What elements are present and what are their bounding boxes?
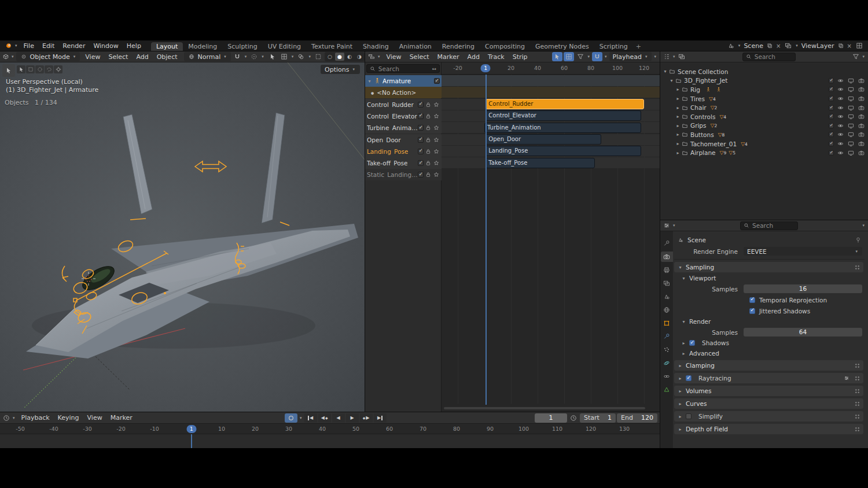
prop-tab-world[interactable]: [661, 305, 673, 315]
camera-icon[interactable]: [858, 122, 865, 130]
exclude-checkbox[interactable]: [829, 96, 834, 101]
nla-search-input[interactable]: [378, 65, 430, 72]
mode-dropdown[interactable]: Object Mode ▾: [16, 52, 80, 61]
workspace-tab-layout[interactable]: Layout: [151, 42, 183, 51]
screen-icon[interactable]: [847, 86, 855, 93]
nla-strip-area[interactable]: Control_RudderControl_ElevatorTurbine_An…: [442, 75, 660, 412]
nla-track-control-elevator[interactable]: Control_Elevator: [365, 110, 442, 122]
nla-ruler[interactable]: -20204060801001201: [442, 62, 660, 75]
end-frame-field[interactable]: End120: [617, 413, 657, 423]
prop-tab-scene[interactable]: [661, 291, 673, 302]
tool-option-select-lasso[interactable]: [45, 65, 53, 73]
shadows-checkbox[interactable]: [689, 340, 695, 346]
nla-horizontal-scrollbar[interactable]: [444, 407, 645, 409]
outliner-search[interactable]: [742, 53, 796, 61]
shading-material-button[interactable]: ◐: [345, 53, 354, 61]
nla-track-turbine-animation[interactable]: Turbine_Animation: [365, 122, 442, 134]
screen-icon[interactable]: [847, 113, 855, 120]
nla-menu-marker[interactable]: Marker: [433, 53, 464, 61]
workspace-tab-rendering[interactable]: Rendering: [437, 42, 480, 51]
chevron-right-icon[interactable]: ▸: [675, 132, 681, 137]
viewport-menu-view[interactable]: View: [81, 53, 104, 61]
eye-icon[interactable]: [837, 131, 844, 138]
topbar-menu-file[interactable]: File: [20, 42, 38, 50]
star-icon[interactable]: [433, 124, 440, 131]
timeline-menu-view[interactable]: View: [83, 413, 106, 422]
snap-toggle-button[interactable]: [232, 52, 242, 61]
simplify-checkbox[interactable]: [686, 413, 692, 419]
prop-tab-particles[interactable]: [661, 345, 673, 355]
nla-search[interactable]: ↔: [366, 64, 440, 73]
exclude-checkbox[interactable]: [829, 78, 834, 83]
prop-tab-modifiers[interactable]: [661, 331, 673, 342]
drag-dots-icon[interactable]: [855, 376, 860, 381]
properties-search[interactable]: [740, 221, 798, 230]
panel-sampling[interactable]: ▾ Sampling: [674, 262, 863, 272]
shading-wireframe-button[interactable]: ○: [325, 53, 334, 61]
workspace-tab-modeling[interactable]: Modeling: [183, 42, 222, 51]
properties-search-input[interactable]: [752, 222, 794, 229]
nla-playhead[interactable]: [486, 75, 487, 405]
timeline-current-frame-pill[interactable]: 1: [186, 425, 196, 433]
nla-menu-strip[interactable]: Strip: [509, 53, 532, 61]
chevron-right-icon[interactable]: ▸: [675, 105, 681, 110]
track-mute-checkbox[interactable]: [418, 137, 424, 143]
chevron-down-icon[interactable]: ▾: [669, 78, 674, 83]
shading-rendered-button[interactable]: ◑: [355, 53, 364, 61]
jittered-shadows-checkbox[interactable]: [749, 308, 755, 314]
nla-strip-take-off-pose[interactable]: Take-off_Pose: [486, 158, 595, 168]
nla-track-open-door[interactable]: Open_Door: [365, 134, 442, 146]
filter-button[interactable]: [575, 52, 586, 61]
current-frame-field[interactable]: 1: [535, 413, 567, 423]
viewport-samples-field[interactable]: 16: [744, 284, 862, 293]
screen-icon[interactable]: [847, 140, 855, 147]
exclude-checkbox[interactable]: [829, 123, 834, 128]
star-icon[interactable]: [433, 160, 440, 167]
filter-arrows-icon[interactable]: ↔: [432, 66, 436, 72]
viewport-menu-add[interactable]: Add: [132, 53, 152, 61]
chevron-right-icon[interactable]: ▸: [675, 87, 681, 92]
nla-strip-turbine-animation[interactable]: Turbine_Animation: [484, 123, 641, 133]
chevron-right-icon[interactable]: ▸: [675, 114, 681, 119]
drag-dots-icon[interactable]: [855, 265, 860, 270]
workspace-add-tab[interactable]: +: [633, 42, 644, 51]
star-icon[interactable]: [433, 136, 440, 143]
screen-icon[interactable]: [847, 104, 855, 112]
chevron-right-icon[interactable]: ▸: [675, 123, 681, 128]
exclude-checkbox[interactable]: [829, 114, 834, 119]
outliner-row-rig[interactable]: ▸Rig: [660, 85, 868, 94]
viewport-menu-select[interactable]: Select: [104, 53, 132, 61]
track-mute-checkbox[interactable]: [418, 102, 424, 108]
camera-icon[interactable]: [858, 140, 865, 147]
drag-dots-icon[interactable]: [855, 363, 860, 368]
chevron-right-icon[interactable]: ▸: [675, 96, 681, 101]
camera-icon[interactable]: [858, 95, 865, 102]
active-tool-button[interactable]: [2, 64, 15, 77]
preview-range-button[interactable]: [568, 413, 579, 423]
tool-option-select-circle[interactable]: [35, 65, 44, 73]
tool-option-tweak[interactable]: [17, 65, 25, 73]
nla-track-control-rudder[interactable]: Control_Rudder: [365, 99, 442, 110]
viewport-menu-object[interactable]: Object: [153, 53, 182, 61]
topbar-menu-help[interactable]: Help: [123, 42, 145, 50]
nla-current-frame-pill[interactable]: 1: [481, 64, 491, 72]
workspace-tab-shading[interactable]: Shading: [358, 42, 394, 51]
screen-icon[interactable]: [847, 131, 855, 138]
screen-icon[interactable]: [847, 95, 855, 102]
nla-menu-select[interactable]: Select: [406, 53, 433, 61]
drag-dots-icon[interactable]: [855, 427, 860, 432]
lock-icon[interactable]: [425, 160, 432, 167]
render-samples-field[interactable]: 64: [744, 328, 862, 337]
outliner-row-airplane[interactable]: ▸Airplane▽9▽5: [660, 148, 868, 157]
blender-logo-icon[interactable]: [5, 42, 13, 50]
star-icon[interactable]: [433, 101, 440, 108]
nla-strip-control-elevator[interactable]: Control_Elevator: [486, 110, 641, 121]
panel-render[interactable]: ▾ Render: [674, 317, 865, 326]
lock-icon[interactable]: [425, 148, 432, 155]
track-enable-checkbox[interactable]: [434, 78, 440, 84]
star-icon[interactable]: [433, 171, 440, 178]
track-mute-checkbox[interactable]: [418, 172, 424, 178]
chevron-right-icon[interactable]: ▸: [675, 150, 681, 156]
tool-option-select-box[interactable]: [26, 65, 35, 73]
nla-strip-control-rudder[interactable]: Control_Rudder: [486, 99, 644, 109]
